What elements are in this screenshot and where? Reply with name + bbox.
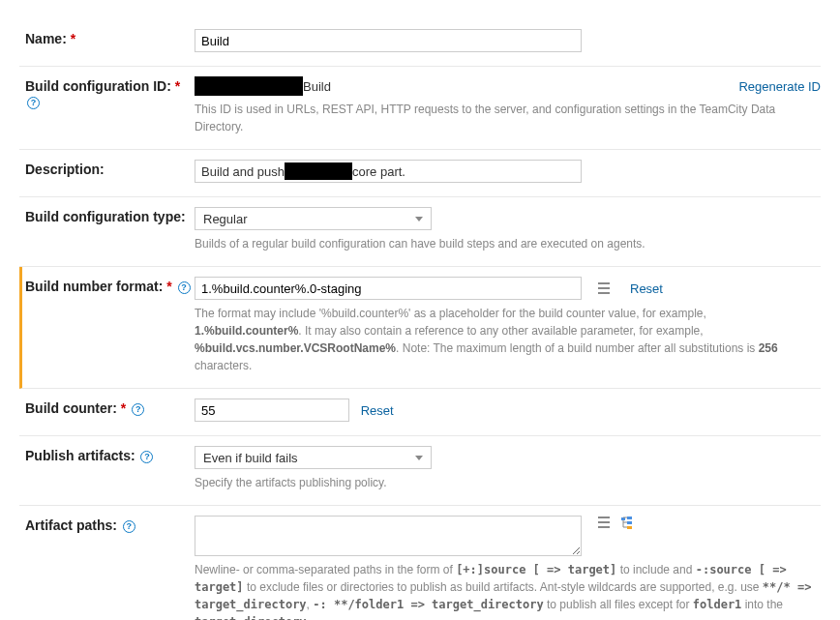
description-input-wrap[interactable]: Build and push core part. [195, 160, 582, 183]
hint-text: Newline- or comma-separated paths in the… [195, 563, 456, 576]
config-type-hint: Builds of a regular build configuration … [195, 235, 814, 252]
label-text: Build counter: [25, 400, 117, 416]
hint-mono: [+:]source [ => target] [456, 563, 616, 576]
svg-rect-7 [627, 517, 632, 519]
row-name: Name: * [19, 19, 821, 67]
build-id-line: Build Regenerate ID [195, 76, 821, 96]
hint-mono: folder1 [693, 598, 742, 611]
svg-rect-3 [598, 517, 610, 518]
label-description: Description: [25, 160, 195, 177]
required-asterisk: * [166, 279, 171, 294]
label-artifact-paths: Artifact paths: ? [25, 516, 195, 533]
hint-bold: 256 [759, 341, 778, 355]
help-icon[interactable]: ? [178, 281, 191, 294]
artifact-input-row [195, 516, 821, 556]
svg-rect-1 [598, 287, 610, 289]
value-col-publish: Even if build fails Specify the artifact… [195, 446, 821, 491]
hint-text: The format may include '%build.counter%'… [195, 307, 706, 320]
svg-rect-4 [598, 521, 610, 523]
select-value: Regular [203, 212, 248, 226]
value-col-config-type: Regular Builds of a regular build config… [195, 207, 821, 252]
help-icon[interactable]: ? [132, 403, 144, 416]
required-asterisk: * [175, 78, 180, 94]
hint-text: . Note: The maximum length of a build nu… [396, 341, 759, 355]
svg-rect-9 [627, 526, 632, 529]
value-col-build-id: Build Regenerate ID This ID is used in U… [195, 76, 821, 135]
hint-text: into the [741, 598, 783, 611]
label-publish-artifacts: Publish artifacts: ? [25, 446, 195, 463]
reset-bnf-link[interactable]: Reset [630, 281, 663, 296]
row-artifact-paths: Artifact paths: ? Newline- or comma-sepa… [19, 506, 821, 620]
svg-rect-5 [598, 526, 610, 528]
row-build-counter: Build counter: * ? Reset [19, 389, 821, 436]
hint-text: . [307, 615, 310, 620]
bnf-input-row: Reset [195, 277, 821, 300]
tree-icon[interactable] [620, 516, 634, 529]
chevron-down-icon [415, 217, 423, 221]
label-build-counter: Build counter: * ? [25, 399, 195, 416]
value-col-description: Build and push core part. [195, 160, 821, 183]
redacted-prefix [195, 76, 303, 96]
label-build-number-format: Build number format: * ? [25, 277, 195, 294]
description-prefix: Build and push [201, 164, 285, 179]
label-text: Artifact paths: [25, 517, 117, 533]
value-col-counter: Reset [195, 399, 821, 422]
name-input[interactable] [195, 29, 582, 52]
hint-text: . It may also contain a reference to any… [298, 324, 703, 338]
redacted-mid [285, 162, 352, 180]
hint-text: characters. [195, 359, 252, 372]
artifact-paths-textarea[interactable] [195, 516, 582, 556]
help-icon[interactable]: ? [27, 97, 40, 109]
hint-text: to exclude files or directories to publi… [244, 580, 763, 594]
hint-text: to include and [616, 563, 695, 576]
hint-text: to publish all files except for [544, 598, 693, 611]
build-id-suffix: Build [303, 79, 331, 94]
help-icon[interactable]: ? [123, 520, 135, 533]
build-number-format-input[interactable] [195, 277, 582, 300]
label-build-id: Build configuration ID: * ? [25, 76, 195, 109]
select-value: Even if build fails [203, 451, 298, 465]
hint-bold: %build.vcs.number.VCSRootName% [195, 341, 396, 355]
build-id-hint: This ID is used in URLs, REST API, HTTP … [195, 101, 814, 135]
label-name: Name: * [25, 29, 195, 46]
build-counter-input[interactable] [195, 399, 349, 422]
row-build-number-format: Build number format: * ? Reset The forma… [19, 267, 821, 389]
hint-bold: 1.%build.counter% [195, 324, 298, 338]
value-col-bnf: Reset The format may include '%build.cou… [195, 277, 821, 374]
label-text: Publish artifacts: [25, 448, 135, 463]
help-icon[interactable]: ? [140, 451, 153, 463]
svg-rect-2 [598, 292, 610, 294]
list-icon[interactable] [597, 281, 611, 295]
value-col-artifact: Newline- or comma-separated paths in the… [195, 516, 821, 620]
required-asterisk: * [71, 31, 75, 46]
svg-rect-0 [598, 282, 610, 284]
label-config-type: Build configuration type: [25, 207, 195, 224]
row-config-type: Build configuration type: Regular Builds… [19, 197, 821, 267]
label-text: Name: [25, 31, 67, 46]
config-type-select[interactable]: Regular [195, 207, 432, 230]
row-description: Description: Build and push core part. [19, 150, 821, 197]
value-col-name [195, 29, 821, 52]
label-text: Build configuration ID: [25, 78, 171, 94]
bnf-hint: The format may include '%build.counter%'… [195, 305, 814, 374]
description-suffix: core part. [352, 164, 405, 179]
svg-rect-8 [627, 521, 632, 524]
reset-counter-link[interactable]: Reset [361, 403, 394, 418]
artifact-hint: Newline- or comma-separated paths in the… [195, 561, 814, 620]
list-icon[interactable] [597, 516, 611, 529]
publish-hint: Specify the artifacts publishing policy. [195, 474, 814, 491]
publish-artifacts-select[interactable]: Even if build fails [195, 446, 432, 469]
chevron-down-icon [415, 456, 423, 460]
label-text: Build number format: [25, 279, 163, 294]
row-publish-artifacts: Publish artifacts: ? Even if build fails… [19, 436, 821, 506]
required-asterisk: * [121, 400, 126, 416]
regenerate-id-link[interactable]: Regenerate ID [738, 79, 821, 94]
row-build-id: Build configuration ID: * ? Build Regene… [19, 67, 821, 150]
hint-mono: -: **/folder1 => target_directory [313, 598, 543, 611]
hint-mono: target_directory [195, 615, 307, 620]
